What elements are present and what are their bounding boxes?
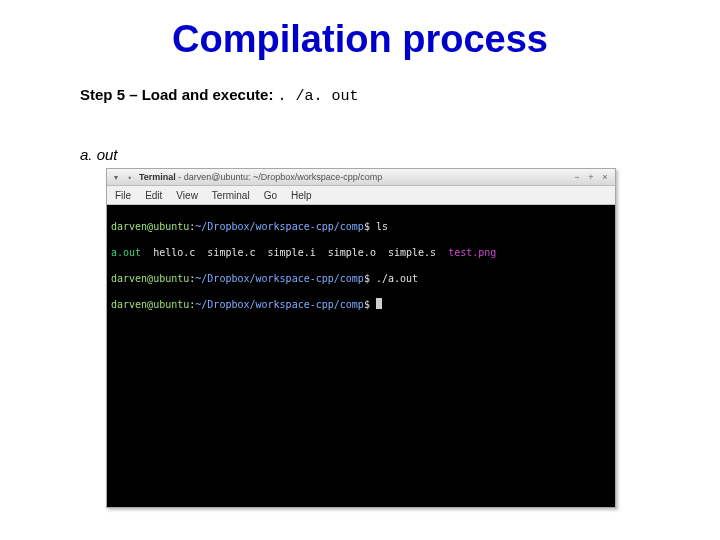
terminal-app-icon: ▪ [125, 172, 135, 182]
menu-edit[interactable]: Edit [145, 190, 162, 201]
terminal-body[interactable]: darven@ubuntu:~/Dropbox/workspace-cpp/co… [107, 205, 615, 507]
window-close-button[interactable]: × [599, 171, 611, 183]
terminal-line-4: darven@ubuntu:~/Dropbox/workspace-cpp/co… [111, 298, 611, 311]
terminal-line-3: darven@ubuntu:~/Dropbox/workspace-cpp/co… [111, 272, 611, 285]
menu-go[interactable]: Go [264, 190, 277, 201]
window-titlebar: ▾ ▪ Terminal - darven@ubuntu: ~/Dropbox/… [107, 169, 615, 186]
window-menu-dropdown-icon[interactable]: ▾ [111, 172, 121, 182]
menu-help[interactable]: Help [291, 190, 312, 201]
terminal-window: ▾ ▪ Terminal - darven@ubuntu: ~/Dropbox/… [106, 168, 616, 508]
step-line: Step 5 – Load and execute: . /a. out [80, 86, 359, 105]
slide-title: Compilation process [0, 18, 720, 61]
step-command: . /a. out [278, 88, 359, 105]
output-filename: a. out [80, 146, 118, 163]
menu-file[interactable]: File [115, 190, 131, 201]
window-title: Terminal - darven@ubuntu: ~/Dropbox/work… [139, 172, 569, 182]
menu-terminal[interactable]: Terminal [212, 190, 250, 201]
window-minimize-button[interactable]: − [571, 171, 583, 183]
menu-view[interactable]: View [176, 190, 198, 201]
window-maximize-button[interactable]: + [585, 171, 597, 183]
window-title-app: Terminal [139, 172, 176, 182]
terminal-line-2-ls-output: a.out hello.c simple.c simple.i simple.o… [111, 246, 611, 259]
step-label: Step 5 – Load and execute: [80, 86, 273, 103]
terminal-line-1: darven@ubuntu:~/Dropbox/workspace-cpp/co… [111, 220, 611, 233]
window-menubar: File Edit View Terminal Go Help [107, 186, 615, 205]
cursor-icon [376, 298, 382, 309]
window-title-rest: - darven@ubuntu: ~/Dropbox/workspace-cpp… [176, 172, 383, 182]
